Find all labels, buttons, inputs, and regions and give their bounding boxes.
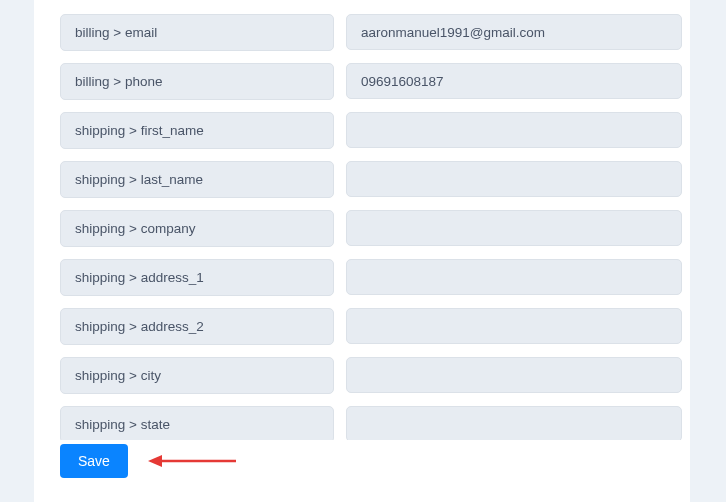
arrow-annotation-icon [148, 452, 238, 470]
field-label-shipping-address-1: shipping > address_1 [60, 259, 334, 296]
field-value-shipping-city[interactable] [346, 357, 682, 393]
field-value-billing-phone[interactable] [346, 63, 682, 99]
form-scroll-area[interactable]: billing > email billing > phone shipping… [60, 0, 690, 440]
field-value-billing-email[interactable] [346, 14, 682, 50]
form-footer: Save [60, 444, 238, 478]
save-button[interactable]: Save [60, 444, 128, 478]
field-value-shipping-address-1[interactable] [346, 259, 682, 295]
form-row: shipping > address_2 [60, 308, 682, 345]
form-row: shipping > state [60, 406, 682, 440]
form-row: billing > email [60, 14, 682, 51]
form-row: shipping > company [60, 210, 682, 247]
field-value-shipping-first-name[interactable] [346, 112, 682, 148]
form-row: billing > phone [60, 63, 682, 100]
form-rows: billing > email billing > phone shipping… [60, 0, 682, 440]
form-panel: billing > email billing > phone shipping… [34, 0, 690, 502]
form-row: shipping > last_name [60, 161, 682, 198]
form-row: shipping > city [60, 357, 682, 394]
field-label-billing-phone: billing > phone [60, 63, 334, 100]
field-label-shipping-last-name: shipping > last_name [60, 161, 334, 198]
field-value-shipping-company[interactable] [346, 210, 682, 246]
field-label-shipping-first-name: shipping > first_name [60, 112, 334, 149]
field-value-shipping-last-name[interactable] [346, 161, 682, 197]
form-row: shipping > first_name [60, 112, 682, 149]
field-value-shipping-state[interactable] [346, 406, 682, 440]
field-value-shipping-address-2[interactable] [346, 308, 682, 344]
field-label-billing-email: billing > email [60, 14, 334, 51]
field-label-shipping-state: shipping > state [60, 406, 334, 440]
field-label-shipping-city: shipping > city [60, 357, 334, 394]
field-label-shipping-address-2: shipping > address_2 [60, 308, 334, 345]
svg-marker-1 [148, 455, 162, 467]
field-label-shipping-company: shipping > company [60, 210, 334, 247]
form-row: shipping > address_1 [60, 259, 682, 296]
